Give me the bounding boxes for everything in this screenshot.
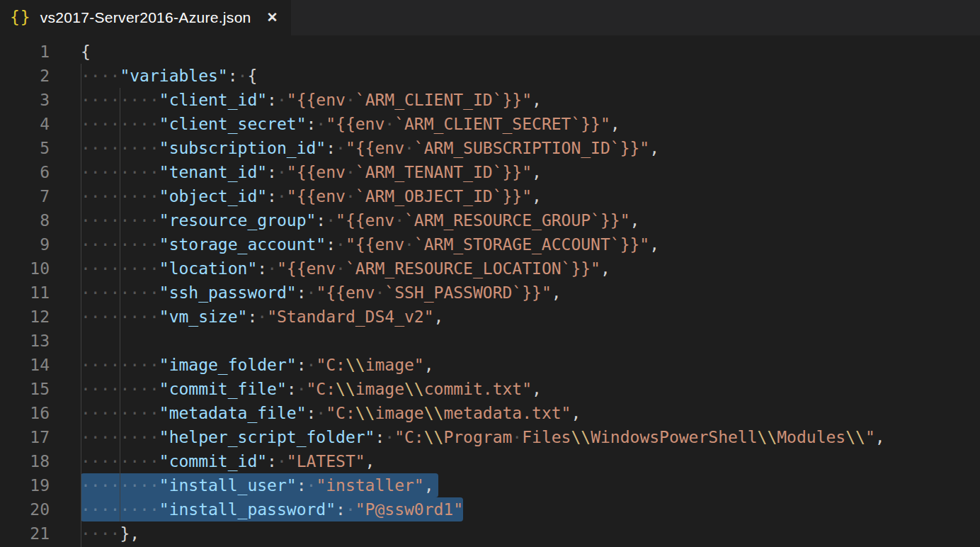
line-number[interactable]: 7 [0,184,50,208]
line-number[interactable]: 14 [0,353,50,377]
code-token: : [307,404,317,422]
line-number[interactable]: 9 [0,232,50,256]
line-number[interactable]: 16 [0,401,50,425]
whitespace-dots: ········ [81,476,159,495]
close-icon[interactable]: ✕ [267,11,278,24]
line-number[interactable]: 3 [0,88,50,112]
whitespace-dots: · [316,115,326,133]
whitespace-dots: · [277,163,287,181]
code-line[interactable]: ········"object_id":·"{{env·`ARM_OBJECT_… [50,184,542,208]
code-line[interactable]: ········"ssh_password":·"{{env·`SSH_PASS… [50,281,562,305]
code-token: : [326,235,336,254]
code-line[interactable]: ········"location":·"{{env·`ARM_RESOURCE… [50,256,610,281]
tab-filename: vs2017-Server2016-Azure.json [40,9,251,26]
code-token: `ARM_SUBSCRIPTION_ID`}}" [414,139,649,157]
code-token: : [297,283,307,302]
code-token: : [375,428,384,446]
code-token: "commit_file" [159,380,287,398]
code-token: "install_password" [159,500,336,519]
code-token: , [532,380,542,398]
code-token: , [571,404,581,422]
code-token: : [336,500,346,519]
whitespace-dots: ········ [81,428,159,446]
line-number[interactable]: 6 [0,160,50,184]
whitespace-dots: ········ [81,235,159,254]
code-token: : [247,308,257,326]
whitespace-dots: · [394,211,404,230]
line-number[interactable]: 2 [0,64,50,88]
code-token: "subscription_id" [159,139,326,157]
code-line[interactable]: ····"variables":·{ [50,64,257,88]
code-line[interactable]: ········"resource_group":·"{{env·`ARM_RE… [50,208,639,232]
whitespace-dots: ········ [81,356,159,374]
code-line[interactable]: ····}, [50,521,139,546]
code-token: commit.txt" [424,380,532,398]
line-number[interactable]: 12 [0,305,50,329]
code-line[interactable]: ········"client_secret":·"{{env·`ARM_CLI… [50,112,620,136]
code-line[interactable]: ········"tenant_id":·"{{env·`ARM_TENANT_… [50,160,542,184]
editor-tab-bar: {} vs2017-Server2016-Azure.json ✕ [0,0,980,35]
code-line[interactable] [50,329,81,353]
line-number[interactable]: 8 [0,208,50,232]
whitespace-dots: ········ [81,163,159,181]
line-number[interactable]: 19 [0,473,50,497]
code-token: : [316,211,326,230]
whitespace-dots: ········ [81,139,159,157]
code-line[interactable]: ········"install_user":·"installer", [50,473,434,497]
tab-vs2017-server2016-azure-json[interactable]: {} vs2017-Server2016-Azure.json ✕ [0,0,291,35]
code-token: : [228,67,238,85]
code-token: "LATEST" [287,452,365,470]
code-line[interactable]: ········"subscription_id":·"{{env·`ARM_S… [50,136,659,160]
code-line[interactable]: ········"image_folder":·"C:\\image", [50,353,434,377]
whitespace-dots: · [384,428,394,446]
line-number[interactable]: 13 [0,329,50,353]
code-line[interactable]: ········"helper_script_folder":·"C:\\Pro… [50,425,885,449]
code-token: "object_id" [159,187,267,205]
whitespace-dots: · [277,452,287,470]
code-token: "vm_size" [159,308,248,326]
line-number[interactable]: 15 [0,377,50,401]
code-token: `ARM_RESOURCE_GROUP`}}" [404,211,630,230]
line-number[interactable]: 4 [0,112,50,136]
whitespace-dots: · [336,139,346,157]
code-line[interactable]: ········"commit_file":·"C:\\image\\commi… [50,377,542,401]
code-line[interactable]: { [50,40,91,64]
whitespace-dots: · [326,211,336,230]
whitespace-dots: · [336,259,346,278]
code-token: "{{env [346,139,404,157]
line-number[interactable]: 17 [0,425,50,449]
code-token: "ssh_password" [159,283,297,302]
code-token: { [81,43,91,61]
code-token: "C: [316,356,346,374]
code-token: : [297,476,307,495]
line-number[interactable]: 21 [0,521,50,546]
line-number[interactable]: 11 [0,281,50,305]
whitespace-dots: · [404,235,414,254]
code-token: image [375,404,423,422]
whitespace-dots: ········ [81,211,159,230]
code-line[interactable]: ········"vm_size":·"Standard_DS4_v2", [50,305,443,329]
line-number[interactable]: 1 [0,40,50,64]
code-token: "Standard_DS4_v2" [267,308,433,326]
code-line[interactable]: ········"commit_id":·"LATEST", [50,449,375,473]
code-token: `ARM_RESOURCE_LOCATION`}}" [346,259,600,278]
code-token: , [875,428,885,446]
code-token: { [247,67,257,85]
whitespace-dots: ········ [81,452,159,470]
code-token: "client_secret" [159,115,307,133]
line-number[interactable]: 20 [0,497,50,521]
code-line[interactable]: ········"metadata_file":·"C:\\image\\met… [50,401,581,425]
code-token: : [267,452,277,470]
code-line[interactable]: ········"client_id":·"{{env·`ARM_CLIENT_… [50,88,542,112]
line-number[interactable]: 10 [0,256,50,281]
whitespace-dots: · [238,67,248,85]
code-token: }, [120,524,139,543]
code-editor[interactable]: 1{2····"variables":·{3········"client_id… [0,35,980,547]
code-token: , [532,91,542,109]
code-line[interactable]: ········"storage_account":·"{{env·`ARM_S… [50,232,659,256]
whitespace-dots: · [404,139,414,157]
code-line[interactable]: ········"install_password":·"P@ssw0rd1" [50,497,463,521]
line-number[interactable]: 18 [0,449,50,473]
line-number[interactable]: 5 [0,136,50,160]
code-token: "install_user" [159,476,297,495]
